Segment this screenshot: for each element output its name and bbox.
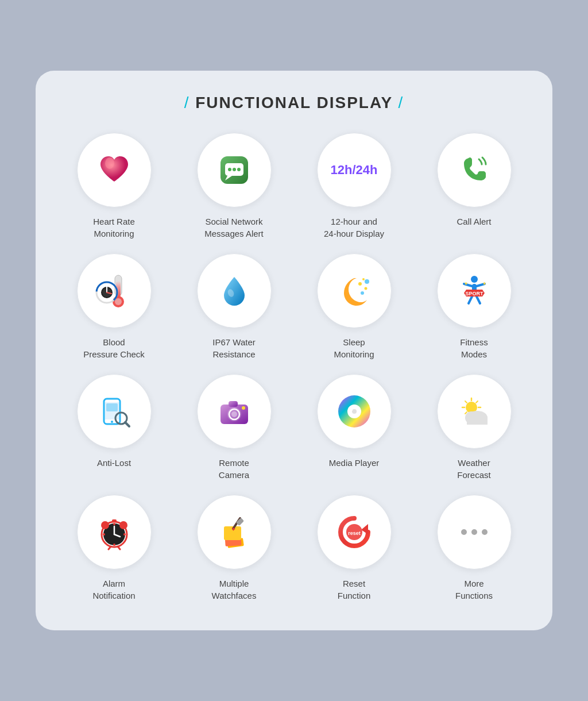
svg-line-73 — [118, 546, 120, 549]
blood-pressure-icon — [94, 271, 134, 311]
media-player-icon — [336, 393, 373, 430]
feature-call-alert: Call Alert — [419, 133, 529, 240]
svg-point-34 — [111, 421, 113, 423]
water-resistance-icon-circle — [197, 253, 272, 328]
svg-rect-71 — [121, 524, 126, 527]
functional-display-card: / FUNCTIONAL DISPLAY / Heart RateMon — [36, 71, 552, 630]
feature-multiple-watchfaces: MultipleWatchfaces — [179, 495, 289, 602]
title-slash-left: / — [184, 94, 190, 111]
blood-pressure-icon-circle — [77, 253, 152, 328]
call-alert-icon-circle — [437, 133, 512, 207]
feature-media-player: Media Player — [299, 374, 409, 481]
weather-forecast-label: WeatherForecast — [457, 457, 490, 481]
multiple-watchfaces-label: MultipleWatchfaces — [212, 577, 257, 602]
social-network-icon — [216, 152, 253, 188]
fitness-modes-icon: SPORT ★ ★ — [456, 272, 493, 309]
svg-line-54 — [476, 401, 478, 403]
svg-point-0 — [105, 157, 114, 169]
title-slash-right: / — [399, 94, 404, 111]
anti-lost-icon-circle — [77, 374, 152, 449]
feature-remote-camera: RemoteCamera — [179, 374, 289, 481]
multiple-watchfaces-icon-circle — [197, 495, 272, 569]
feature-blood-pressure: BloodPressure Check — [59, 253, 169, 360]
svg-line-55 — [465, 412, 467, 414]
svg-point-10 — [115, 298, 122, 305]
reset-function-icon-circle: reset — [317, 495, 392, 569]
svg-point-18 — [358, 282, 362, 286]
multiple-watchfaces-icon — [216, 514, 253, 550]
feature-anti-lost: Anti-Lost — [59, 374, 169, 481]
svg-point-64 — [103, 533, 105, 536]
media-player-label: Media Player — [329, 457, 380, 469]
svg-point-4 — [233, 168, 236, 171]
remote-camera-label: RemoteCamera — [219, 457, 249, 481]
feature-reset-function: reset ResetFunction — [299, 495, 409, 602]
remote-camera-icon-circle — [197, 374, 272, 449]
feature-more-functions: MoreFunctions — [419, 495, 529, 602]
feature-weather-forecast: WeatherForecast — [419, 374, 529, 481]
svg-rect-59 — [467, 418, 488, 425]
svg-point-62 — [113, 523, 115, 525]
svg-line-52 — [465, 401, 467, 403]
svg-point-63 — [113, 544, 115, 546]
feature-social-network: Social NetworkMessages Alert — [179, 133, 289, 240]
svg-line-72 — [109, 546, 111, 549]
weather-forecast-icon-circle — [437, 374, 512, 449]
feature-time-display: 12h/24h 12-hour and24-hour Display — [299, 133, 409, 240]
sleep-monitoring-icon-circle — [317, 253, 392, 328]
svg-point-20 — [362, 278, 365, 280]
social-network-label: Social NetworkMessages Alert — [204, 215, 264, 240]
reset-function-icon: reset — [336, 514, 373, 550]
media-player-icon-circle — [317, 374, 392, 449]
heart-rate-icon — [96, 152, 133, 188]
alarm-notification-icon — [96, 514, 133, 550]
features-grid: Heart RateMonitoring — [59, 133, 529, 602]
heart-rate-label: Heart RateMonitoring — [93, 215, 135, 240]
svg-rect-35 — [106, 403, 118, 411]
more-functions-icon — [461, 529, 488, 535]
alarm-notification-label: AlarmNotification — [92, 577, 135, 602]
svg-text:★: ★ — [482, 281, 486, 286]
call-alert-icon — [456, 152, 493, 188]
weather-forecast-icon — [454, 391, 494, 432]
more-functions-label: MoreFunctions — [455, 577, 493, 602]
svg-point-42 — [231, 411, 237, 417]
svg-text:★: ★ — [464, 281, 468, 286]
call-alert-label: Call Alert — [457, 215, 491, 228]
reset-function-label: ResetFunction — [338, 577, 371, 602]
feature-fitness-modes: SPORT ★ ★ FitnessModes — [419, 253, 529, 360]
svg-point-5 — [237, 168, 241, 171]
svg-point-46 — [352, 409, 357, 414]
svg-text:reset: reset — [348, 530, 361, 536]
time-display-icon-circle: 12h/24h — [317, 133, 392, 207]
svg-rect-74 — [112, 519, 117, 522]
svg-point-21 — [365, 279, 369, 284]
svg-point-3 — [228, 168, 231, 171]
heart-rate-icon-circle — [77, 133, 152, 207]
remote-camera-icon — [216, 393, 253, 430]
time-display-icon: 12h/24h — [331, 163, 378, 178]
time-display-label: 12-hour and24-hour Display — [324, 215, 384, 240]
fitness-modes-label: FitnessModes — [460, 336, 488, 360]
blood-pressure-label: BloodPressure Check — [83, 336, 145, 360]
sleep-monitoring-icon — [336, 272, 373, 309]
more-functions-icon-circle — [437, 495, 512, 569]
feature-heart-rate: Heart RateMonitoring — [59, 133, 169, 240]
title-text: FUNCTIONAL DISPLAY — [195, 94, 393, 111]
fitness-modes-icon-circle: SPORT ★ ★ — [437, 253, 512, 328]
water-resistance-label: IP67 WaterResistance — [212, 336, 255, 360]
anti-lost-label: Anti-Lost — [97, 457, 131, 469]
svg-line-37 — [125, 422, 129, 426]
social-network-icon-circle — [197, 133, 272, 207]
svg-rect-39 — [229, 401, 238, 407]
anti-lost-icon — [96, 393, 133, 430]
svg-rect-69 — [103, 524, 107, 527]
feature-sleep-monitoring: SleepMonitoring — [299, 253, 409, 360]
page-title: / FUNCTIONAL DISPLAY / — [59, 94, 529, 112]
dot-3 — [482, 529, 488, 535]
water-resistance-icon — [216, 272, 253, 309]
dot-1 — [461, 529, 467, 535]
svg-point-22 — [361, 291, 364, 295]
alarm-notification-icon-circle — [77, 495, 152, 569]
sleep-monitoring-label: SleepMonitoring — [334, 336, 374, 360]
